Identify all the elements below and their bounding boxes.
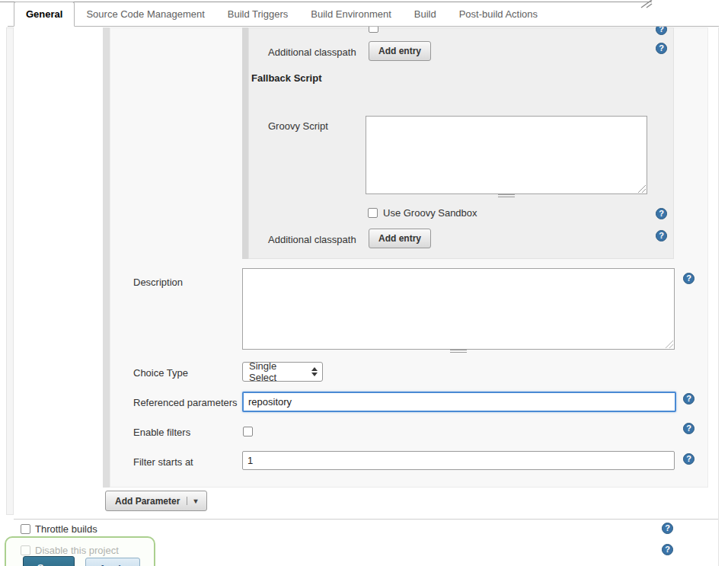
tab-build[interactable]: Build [403, 2, 448, 26]
filter-starts-at-label: Filter starts at [133, 456, 193, 468]
groovy-script-textarea[interactable] [366, 116, 647, 194]
add-entry-label: Add entry [378, 233, 421, 244]
help-icon[interactable]: ? [683, 393, 694, 405]
select-stepper-icon [305, 367, 318, 376]
choice-type-label: Choice Type [133, 367, 188, 379]
tab-source-code-management[interactable]: Source Code Management [75, 2, 216, 26]
textarea-resize-grip[interactable] [498, 194, 515, 198]
help-icon[interactable]: ? [656, 43, 667, 54]
help-icon[interactable]: ? [683, 423, 694, 434]
help-icon[interactable]: ? [683, 273, 694, 284]
help-icon[interactable]: ? [662, 544, 673, 555]
throttle-builds-label: Throttle builds [35, 523, 97, 535]
additional-classpath-label: Additional classpath [268, 234, 356, 245]
apply-button[interactable]: Apply [85, 558, 140, 566]
tab-build-environment[interactable]: Build Environment [299, 2, 403, 26]
referenced-parameters-label: Referenced parameters [133, 397, 238, 408]
enable-filters-label: Enable filters [133, 427, 190, 438]
filter-starts-at-input[interactable] [242, 451, 675, 470]
help-icon[interactable]: ? [656, 230, 667, 241]
add-parameter-button[interactable]: Add Parameter ▾ [105, 491, 207, 511]
tab-post-build-actions[interactable]: Post-build Actions [448, 2, 549, 26]
throttle-builds-checkbox[interactable] [21, 524, 30, 534]
section-gutter [6, 27, 14, 515]
description-field [242, 268, 675, 350]
help-icon[interactable]: ? [656, 208, 667, 219]
add-entry-button[interactable]: Add entry [369, 41, 431, 61]
script-drag-bar [242, 27, 248, 259]
groovy-script-field [366, 116, 647, 194]
fallback-script-heading: Fallback Script [251, 72, 321, 84]
add-entry-label: Add entry [378, 46, 421, 56]
resize-corner-icon[interactable] [666, 341, 673, 348]
add-entry-button[interactable]: Add entry [369, 229, 431, 248]
parameter-drag-bar [103, 27, 110, 488]
help-icon[interactable]: ? [662, 523, 673, 534]
use-groovy-sandbox-checkbox[interactable] [368, 208, 378, 218]
content-right-border [718, 27, 719, 566]
additional-classpath-label: Additional classpath [268, 46, 356, 58]
description-label: Description [133, 277, 183, 288]
groovy-script-label: Groovy Script [268, 120, 328, 132]
help-icon[interactable]: ? [683, 453, 694, 465]
tab-build-triggers[interactable]: Build Triggers [216, 2, 299, 26]
enable-filters-checkbox[interactable] [243, 427, 253, 436]
description-textarea[interactable] [242, 268, 675, 350]
config-tab-bar: General Source Code Management Build Tri… [8, 3, 719, 27]
section-divider [14, 519, 719, 520]
referenced-parameters-input[interactable] [242, 392, 676, 412]
save-button[interactable]: Save [23, 556, 75, 566]
resize-corner-icon[interactable] [638, 185, 646, 193]
jenkins-config-page: General Source Code Management Build Tri… [0, 0, 728, 566]
chevron-down-icon: ▾ [187, 497, 197, 505]
textarea-resize-grip[interactable] [450, 350, 467, 353]
tab-general[interactable]: General [14, 2, 75, 27]
choice-type-value: Single Select [249, 360, 305, 383]
use-groovy-sandbox-label: Use Groovy Sandbox [383, 207, 477, 219]
textarea-resize-corner-icon[interactable] [640, 0, 653, 8]
choice-type-select[interactable]: Single Select [242, 362, 323, 382]
add-parameter-label: Add Parameter [115, 496, 180, 507]
